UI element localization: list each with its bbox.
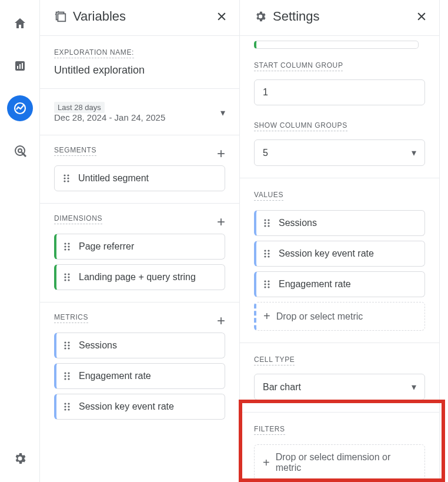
svg-point-62	[268, 286, 269, 288]
date-preset: Last 28 days	[54, 102, 105, 113]
svg-point-19	[64, 248, 66, 250]
add-dimension-button[interactable]: +	[217, 215, 225, 229]
metric-chip-label: Engagement rate	[79, 371, 151, 381]
drag-handle-icon	[263, 218, 270, 228]
show-column-section: SHOW COLUMN GROUPS 5 ▾	[240, 109, 439, 178]
dimensions-section: DIMENSIONS + Page referrer Landing page …	[40, 204, 239, 303]
svg-point-20	[68, 248, 69, 250]
reports-icon[interactable]	[7, 53, 33, 79]
svg-point-55	[264, 255, 266, 257]
variables-title-icon	[54, 10, 67, 23]
plus-icon: +	[263, 310, 270, 323]
svg-point-37	[64, 378, 66, 380]
metric-chip[interactable]: Session key event rate	[54, 394, 225, 420]
svg-point-49	[264, 225, 266, 227]
cell-type-value: Bar chart	[263, 382, 301, 393]
segments-label: SEGMENTS	[54, 146, 96, 156]
plus-icon: +	[263, 456, 270, 470]
metric-chip[interactable]: Engagement rate	[54, 363, 225, 389]
svg-point-42	[68, 405, 69, 407]
svg-point-21	[64, 273, 66, 275]
explore-icon[interactable]	[7, 95, 33, 121]
variables-title: Variables	[73, 9, 126, 24]
svg-point-39	[64, 403, 66, 404]
svg-point-41	[64, 405, 66, 407]
add-segment-button[interactable]: +	[217, 147, 225, 161]
filters-section: FILTERS + Drop or select dimension or me…	[240, 413, 439, 482]
metric-chip-label: Sessions	[79, 340, 117, 351]
metrics-section: METRICS + Sessions Engagement rate Sess	[40, 303, 239, 431]
advertising-icon[interactable]	[7, 138, 33, 164]
drag-handle-icon	[63, 272, 71, 282]
svg-point-6	[18, 149, 22, 152]
value-chip-label: Engagement rate	[279, 279, 351, 290]
svg-point-60	[268, 283, 269, 285]
home-icon[interactable]	[7, 11, 33, 36]
svg-point-48	[268, 222, 269, 224]
left-nav	[0, 0, 40, 482]
settings-close-icon[interactable]	[412, 7, 431, 26]
svg-point-12	[67, 177, 69, 179]
dimensions-label: DIMENSIONS	[54, 214, 102, 224]
settings-title: Settings	[273, 9, 320, 24]
svg-point-11	[63, 177, 65, 179]
variables-close-icon[interactable]	[212, 7, 231, 26]
svg-point-56	[268, 255, 269, 257]
svg-point-33	[64, 372, 66, 374]
values-section: VALUES Sessions Session key event rate E…	[240, 178, 439, 343]
svg-point-14	[67, 180, 69, 182]
value-chip[interactable]: Engagement rate	[254, 271, 425, 297]
caret-down-icon: ▾	[412, 147, 416, 158]
start-column-label: START COLUMN GROUP	[254, 61, 343, 71]
svg-point-9	[63, 174, 65, 176]
svg-point-57	[264, 280, 266, 282]
svg-point-61	[264, 286, 266, 288]
variables-header: Variables	[40, 0, 239, 35]
svg-point-36	[68, 375, 69, 377]
dimension-chip-label: Page referrer	[79, 241, 134, 252]
caret-down-icon: ▾	[412, 381, 416, 393]
svg-point-40	[68, 403, 69, 404]
exploration-name-label: EXPLORATION NAME:	[54, 48, 134, 58]
cell-type-select[interactable]: Bar chart ▾	[254, 374, 425, 400]
show-column-select[interactable]: 5 ▾	[254, 139, 425, 166]
value-drop-label: Drop or select metric	[276, 311, 363, 322]
date-range-text: Dec 28, 2024 - Jan 24, 2025	[54, 112, 165, 122]
svg-point-47	[264, 222, 266, 224]
svg-point-26	[68, 279, 69, 281]
add-metric-button[interactable]: +	[217, 314, 225, 328]
svg-rect-8	[58, 14, 65, 21]
svg-point-53	[264, 252, 266, 254]
admin-gear-icon[interactable]	[7, 446, 33, 471]
metric-chip[interactable]: Sessions	[54, 333, 225, 358]
date-range-picker[interactable]: Last 28 days Dec 28, 2024 - Jan 24, 2025…	[54, 102, 225, 123]
partial-chip[interactable]	[254, 41, 419, 49]
drag-handle-icon	[63, 174, 70, 183]
filters-drop-target[interactable]: + Drop or select dimension or metric	[254, 444, 425, 481]
svg-point-35	[64, 375, 66, 377]
exploration-name-value[interactable]: Untitled exploration	[54, 64, 225, 77]
svg-point-54	[268, 252, 269, 254]
svg-point-59	[264, 283, 266, 285]
cell-type-label: CELL TYPE	[254, 355, 295, 365]
svg-point-30	[68, 344, 69, 346]
svg-point-29	[64, 344, 66, 346]
svg-point-58	[268, 280, 269, 282]
value-chip[interactable]: Sessions	[254, 210, 425, 236]
segment-chip[interactable]: Untitled segment	[54, 165, 225, 191]
value-chip[interactable]: Session key event rate	[254, 241, 425, 267]
dimension-chip[interactable]: Landing page + query string	[54, 264, 225, 290]
exploration-name-section: EXPLORATION NAME: Untitled exploration	[40, 36, 239, 89]
date-range-section: Last 28 days Dec 28, 2024 - Jan 24, 2025…	[40, 89, 239, 135]
svg-point-23	[64, 276, 66, 278]
svg-point-50	[268, 225, 269, 227]
svg-point-32	[68, 347, 69, 349]
start-column-input[interactable]: 1	[254, 79, 425, 105]
start-column-section: START COLUMN GROUP 1	[240, 49, 439, 109]
filters-label: FILTERS	[254, 425, 285, 435]
caret-down-icon: ▾	[220, 107, 225, 118]
value-drop-target[interactable]: + Drop or select metric	[254, 302, 425, 331]
svg-point-38	[68, 378, 69, 380]
svg-point-34	[68, 372, 69, 374]
dimension-chip[interactable]: Page referrer	[54, 234, 225, 260]
